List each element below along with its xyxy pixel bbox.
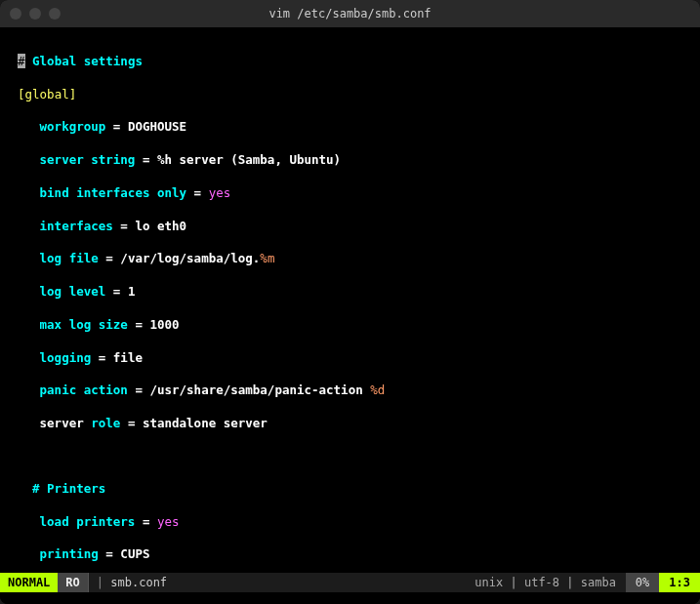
zoom-icon[interactable] bbox=[49, 8, 61, 20]
cursor: # bbox=[18, 54, 25, 68]
eq: = bbox=[135, 514, 157, 529]
key: max log size bbox=[40, 317, 128, 332]
key: printing bbox=[40, 546, 99, 561]
titlebar: vim /etc/samba/smb.conf bbox=[0, 0, 700, 27]
close-icon[interactable] bbox=[10, 8, 21, 20]
eq: = bbox=[113, 219, 136, 233]
section-header: [global] bbox=[18, 87, 76, 101]
val: yes bbox=[209, 185, 231, 200]
eq: = bbox=[128, 383, 150, 397]
val: /var/log/samba/log. bbox=[120, 251, 260, 265]
key: interfaces bbox=[40, 219, 113, 233]
key: bind interfaces only bbox=[40, 185, 187, 200]
val: DOGHOUSE bbox=[128, 119, 186, 134]
key: log level bbox=[40, 284, 106, 299]
eq: = bbox=[105, 284, 128, 299]
eq: = bbox=[105, 119, 128, 134]
eq: = bbox=[128, 317, 150, 332]
percent-indicator: 0% bbox=[626, 573, 659, 592]
key: server string bbox=[40, 152, 136, 167]
key: load printers bbox=[40, 514, 136, 529]
traffic-lights bbox=[10, 8, 61, 20]
key: workgroup bbox=[40, 119, 106, 134]
comment-text: # Printers bbox=[32, 481, 105, 496]
val: 1 bbox=[128, 284, 136, 299]
val: %h server (Samba, Ubuntu) bbox=[157, 152, 341, 167]
val: standalone server bbox=[143, 416, 268, 430]
mode-indicator: NORMAL bbox=[0, 573, 58, 592]
key-pre: server bbox=[40, 416, 84, 430]
val: /usr/share/samba/panic-action bbox=[149, 383, 370, 397]
editor-content[interactable]: # Global settings [global] workgroup = D… bbox=[0, 27, 700, 573]
minimize-icon[interactable] bbox=[29, 8, 41, 20]
eq: = bbox=[99, 546, 121, 561]
readonly-indicator: RO bbox=[58, 573, 87, 592]
eq: = bbox=[135, 152, 157, 167]
val: lo eth0 bbox=[135, 219, 186, 233]
eq: = bbox=[120, 416, 143, 430]
key: log file bbox=[40, 251, 99, 265]
window-title: vim /etc/samba/smb.conf bbox=[268, 7, 431, 20]
val: yes bbox=[157, 514, 180, 529]
key: logging bbox=[40, 350, 92, 365]
status-bar: NORMAL RO | smb.conf unix | utf-8 | samb… bbox=[0, 573, 700, 592]
val: 1000 bbox=[149, 317, 179, 332]
command-line[interactable] bbox=[0, 592, 700, 604]
key: role bbox=[91, 416, 120, 430]
format-spec: %d bbox=[370, 383, 385, 397]
terminal-window: vim /etc/samba/smb.conf # Global setting… bbox=[0, 0, 700, 604]
file-info: unix | utf-8 | samba bbox=[465, 573, 626, 592]
val: file bbox=[113, 350, 143, 365]
eq: = bbox=[91, 350, 113, 365]
key: panic action bbox=[40, 383, 128, 397]
filename-indicator: | smb.conf bbox=[88, 573, 466, 592]
position-indicator: 1:3 bbox=[659, 573, 700, 592]
eq: = bbox=[99, 251, 121, 265]
comment-text: Global settings bbox=[25, 54, 143, 68]
val: CUPS bbox=[120, 546, 149, 561]
format-spec: %m bbox=[260, 251, 274, 265]
eq: = bbox=[186, 185, 209, 200]
